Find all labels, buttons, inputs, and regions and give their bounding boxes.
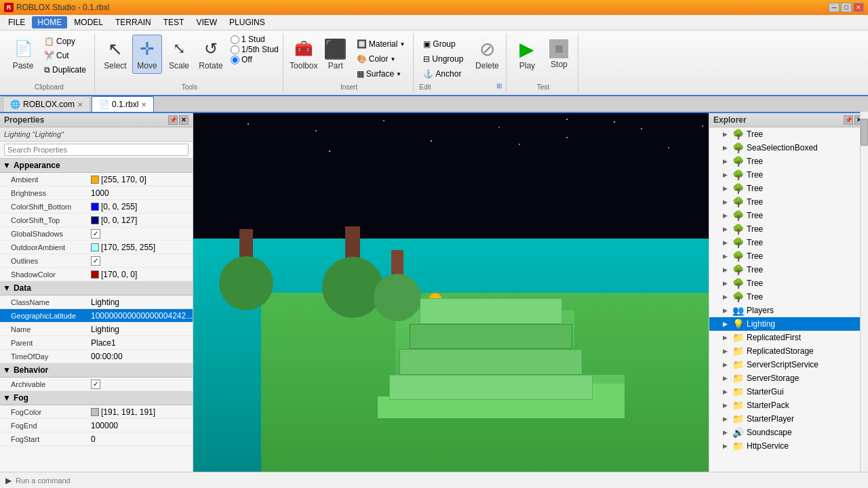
- explorer-item-tree9[interactable]: ▶ 🌳 Tree: [709, 249, 868, 263]
- explorer-item-tree10[interactable]: ▶ 🌳 Tree: [709, 263, 868, 277]
- tree1-label: Tree: [747, 129, 763, 139]
- menu-test[interactable]: TEST: [158, 16, 190, 28]
- httpservice-icon: 📁: [732, 441, 744, 451]
- toolbox-button[interactable]: 🧰 Toolbox: [289, 35, 319, 74]
- sea-icon: 🌳: [732, 142, 744, 153]
- tab-rbxl[interactable]: 📄 0.1.rbxl ✕: [92, 96, 154, 112]
- scale-button[interactable]: ⤡ Scale: [164, 35, 194, 74]
- scrollbar-thumb[interactable]: [861, 119, 868, 146]
- explorer-item-tree3[interactable]: ▶ 🌳 Tree: [709, 168, 868, 182]
- explorer-pin-button[interactable]: 📌: [844, 115, 853, 125]
- section-behavior-arrow: ▼: [3, 365, 11, 375]
- prop-geolat[interactable]: GeographicLatitude 100000000000000004242…: [0, 309, 193, 323]
- explorer-item-tree2[interactable]: ▶ 🌳 Tree: [709, 155, 868, 168]
- material-button[interactable]: 🔲 Material ▼: [353, 37, 410, 51]
- globalshadows-checkbox[interactable]: ✓: [91, 229, 100, 239]
- properties-close-button[interactable]: ✕: [179, 115, 189, 125]
- properties-pin-button[interactable]: 📌: [168, 115, 178, 125]
- ungroup-button[interactable]: ⊟ Ungroup: [419, 52, 467, 66]
- explorer-item-replicatedfirst[interactable]: ▶ 📁 ReplicatedFirst: [709, 331, 868, 344]
- explorer-item-seaselection[interactable]: ▶ 🌳 SeaSelectionBoxed: [709, 141, 868, 155]
- explorer-item-tree4[interactable]: ▶ 🌳 Tree: [709, 182, 868, 195]
- close-button[interactable]: ✕: [853, 3, 864, 12]
- prop-timeofday: TimeOfDay 00:00:00: [0, 350, 193, 363]
- viewport[interactable]: [193, 113, 709, 472]
- section-behavior[interactable]: ▼ Behavior: [0, 363, 193, 378]
- duplicate-button[interactable]: ⧉ Duplicate: [40, 63, 90, 77]
- explorer-item-startergui[interactable]: ▶ 📁 StarterGui: [709, 385, 868, 399]
- explorer-item-httpservice[interactable]: ▶ 📁 HttpService: [709, 439, 868, 453]
- ribbon-group-edit: ▣ Group ⊟ Ungroup ⚓ Anchor ⊘ Delete Edit…: [415, 33, 507, 92]
- test-buttons: ▶ Play ■ Stop: [512, 35, 574, 81]
- explorer-panel-header: Explorer 📌 ✕: [709, 113, 868, 127]
- serverscriptservice-arrow: ▶: [723, 361, 730, 368]
- stud-1-radio[interactable]: 1 Stud: [231, 35, 279, 44]
- color-icon: 🎨: [357, 54, 367, 64]
- menu-model[interactable]: MODEL: [68, 16, 108, 28]
- tab-rbxl-close[interactable]: ✕: [141, 101, 146, 108]
- outlines-checkbox[interactable]: ✓: [91, 256, 100, 266]
- rotate-button[interactable]: ↺ Rotate: [196, 35, 226, 74]
- tab-roblox[interactable]: 🌐 ROBLOX.com ✕: [3, 96, 90, 112]
- move-button[interactable]: ✛ Move: [132, 35, 162, 74]
- explorer-item-tree8[interactable]: ▶ 🌳 Tree: [709, 236, 868, 249]
- clipboard-label: Clipboard: [35, 81, 64, 91]
- explorer-item-tree6[interactable]: ▶ 🌳 Tree: [709, 209, 868, 222]
- colorshift-top-swatch[interactable]: [91, 216, 99, 224]
- anchor-button[interactable]: ⚓ Anchor: [419, 67, 467, 81]
- explorer-item-tree11[interactable]: ▶ 🌳 Tree: [709, 277, 868, 290]
- fogcolor-swatch[interactable]: [91, 408, 99, 416]
- properties-search-input[interactable]: [4, 144, 189, 156]
- section-fog[interactable]: ▼ Fog: [0, 391, 193, 405]
- soundscape-icon: 🔊: [732, 427, 744, 438]
- section-data[interactable]: ▼ Data: [0, 281, 193, 296]
- part-button[interactable]: ⬛ Part: [321, 35, 351, 74]
- menu-home[interactable]: HOME: [32, 16, 67, 28]
- maximize-button[interactable]: □: [841, 3, 852, 12]
- outdoorambient-swatch[interactable]: [91, 243, 99, 251]
- explorer-item-serverstorage[interactable]: ▶ 📁 ServerStorage: [709, 371, 868, 385]
- explorer-item-tree1[interactable]: ▶ 🌳 Tree: [709, 127, 868, 141]
- play-button[interactable]: ▶ Play: [512, 35, 542, 74]
- explorer-item-starterpack[interactable]: ▶ 📁 StarterPack: [709, 399, 868, 412]
- ambient-color-swatch[interactable]: [91, 176, 99, 184]
- explorer-item-serverscriptservice[interactable]: ▶ 📁 ServerScriptService: [709, 358, 868, 371]
- stud-fifth-radio[interactable]: 1/5th Stud: [231, 45, 279, 54]
- explorer-item-replicatedstorage[interactable]: ▶ 📁 ReplicatedStorage: [709, 344, 868, 358]
- tree4-label: Tree: [747, 184, 763, 193]
- archivable-checkbox[interactable]: ✓: [91, 380, 100, 389]
- cut-button[interactable]: ✂️ Cut: [40, 49, 90, 62]
- lighting-arrow: ▶: [723, 321, 730, 327]
- paste-button[interactable]: 📄 Paste: [8, 35, 38, 74]
- select-button[interactable]: ↖ Select: [100, 35, 130, 74]
- explorer-item-starterplayer[interactable]: ▶ 📁 StarterPlayer: [709, 412, 868, 426]
- surface-button[interactable]: ▦ Surface ▼: [353, 67, 410, 81]
- explorer-item-players[interactable]: ▶ 👥 Players: [709, 304, 868, 317]
- edit-expand[interactable]: ⊞: [496, 82, 502, 89]
- explorer-item-tree7[interactable]: ▶ 🌳 Tree: [709, 222, 868, 236]
- tree4-icon: 🌳: [732, 183, 744, 194]
- menu-view[interactable]: VIEW: [191, 16, 222, 28]
- section-appearance[interactable]: ▼ Appearance: [0, 159, 193, 173]
- group-button[interactable]: ▣ Group: [419, 37, 467, 51]
- stop-button[interactable]: ■ Stop: [544, 35, 574, 74]
- copy-button[interactable]: 📋 Copy: [40, 35, 90, 48]
- minimize-button[interactable]: ─: [829, 3, 840, 12]
- menu-file[interactable]: FILE: [3, 16, 31, 28]
- explorer-item-soundscape[interactable]: ▶ 🔊 Soundscape: [709, 426, 868, 439]
- explorer-item-lighting[interactable]: ▶ 💡 Lighting: [709, 317, 868, 331]
- tab-roblox-close[interactable]: ✕: [77, 101, 83, 108]
- menu-plugins[interactable]: PLUGINS: [224, 16, 271, 28]
- shadowcolor-swatch[interactable]: [91, 270, 99, 279]
- delete-button[interactable]: ⊘ Delete: [472, 35, 502, 74]
- stud-off-radio[interactable]: Off: [231, 55, 279, 64]
- menu-terrain[interactable]: TERRAIN: [110, 16, 157, 28]
- color-button[interactable]: 🎨 Color ▼: [353, 52, 410, 66]
- shadowcolor-value: [170, 0, 0]: [101, 270, 137, 279]
- prop-fogcolor: FogColor [191, 191, 191]: [0, 405, 193, 419]
- explorer-item-tree12[interactable]: ▶ 🌳 Tree: [709, 290, 868, 304]
- command-input[interactable]: [16, 476, 863, 485]
- explorer-item-tree5[interactable]: ▶ 🌳 Tree: [709, 195, 868, 209]
- colorshift-bottom-swatch[interactable]: [91, 203, 99, 211]
- explorer-scrollbar[interactable]: [860, 113, 868, 472]
